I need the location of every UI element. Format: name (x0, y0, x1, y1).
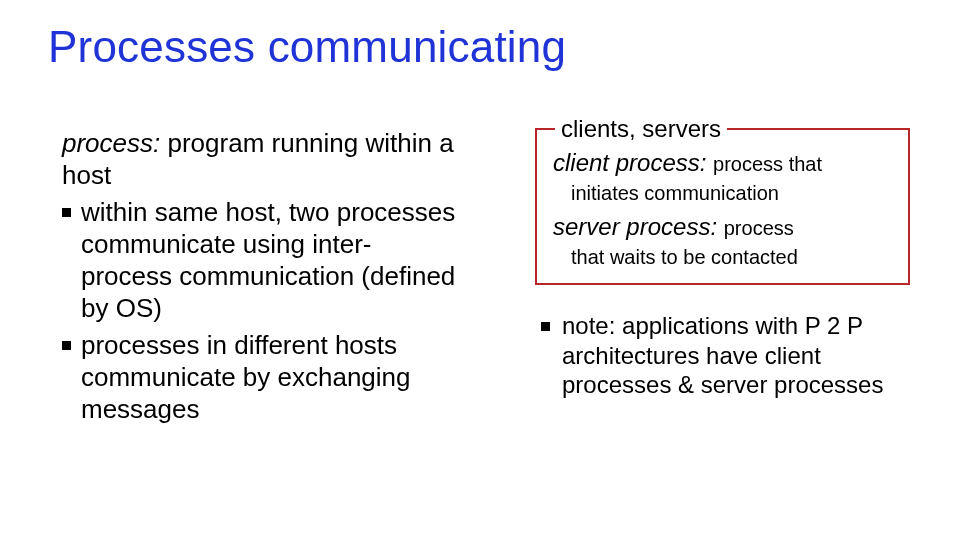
client-desc-block: initiates communication (553, 181, 892, 205)
slide: Processes communicating process: program… (0, 0, 960, 540)
left-column: process: program running within a host w… (62, 128, 462, 431)
bullet-item: processes in different hosts communicate… (62, 330, 462, 425)
def-term: process: (62, 128, 160, 158)
right-column: clients, servers client process: process… (535, 128, 910, 399)
client-term: client process: (553, 149, 706, 176)
bullet-text: processes in different hosts communicate… (81, 330, 462, 425)
slide-title: Processes communicating (48, 22, 566, 72)
note-text: note: applications with P 2 P architectu… (562, 311, 910, 399)
bullet-icon (541, 322, 550, 331)
bullet-item: within same host, two processes communic… (62, 197, 462, 324)
box-legend: clients, servers (555, 114, 727, 143)
bullet-text: within same host, two processes communic… (81, 197, 462, 324)
client-process-line: client process: process that (553, 148, 892, 177)
bullet-icon (62, 341, 71, 350)
process-definition: process: program running within a host (62, 128, 462, 191)
server-process-line: server process: process (553, 212, 892, 241)
server-desc-inline: process (724, 217, 794, 239)
client-desc-inline: process that (713, 153, 822, 175)
note-bullet: note: applications with P 2 P architectu… (535, 311, 910, 399)
clients-servers-box: clients, servers client process: process… (535, 128, 910, 285)
server-desc-block: that waits to be contacted (553, 245, 892, 269)
server-term: server process: (553, 213, 717, 240)
bullet-icon (62, 208, 71, 217)
